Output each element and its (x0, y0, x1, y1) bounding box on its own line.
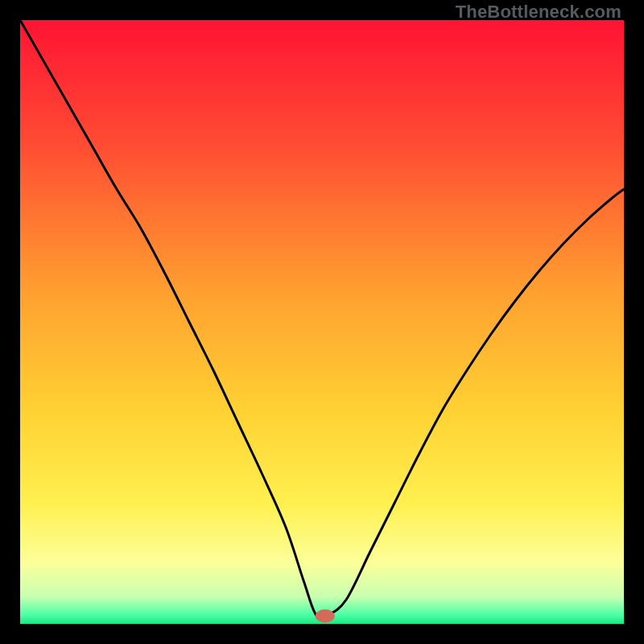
bottleneck-marker (316, 609, 335, 623)
chart-frame: TheBottleneck.com (0, 0, 644, 644)
chart-svg (20, 20, 624, 624)
chart-background (20, 20, 624, 624)
plot-area (20, 20, 624, 624)
